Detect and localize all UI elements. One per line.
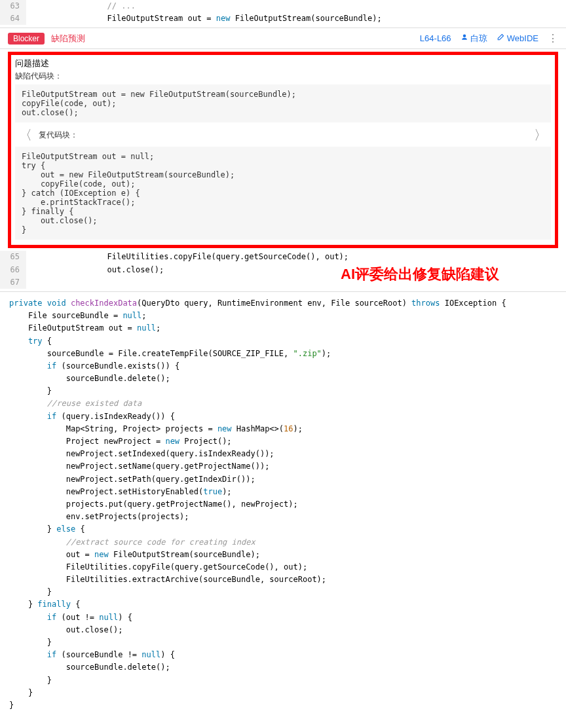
fix-nav-row: 〈 复代码块： 〉 bbox=[15, 124, 551, 147]
line-number: 64 bbox=[0, 12, 26, 25]
fixed-code-region: private void checkIndexData(QueryDto que… bbox=[0, 291, 566, 717]
code-text: FileUtilities.copyFile(query.getSourceCo… bbox=[26, 251, 566, 263]
defect-prediction-link[interactable]: 缺陷预测 bbox=[51, 33, 85, 45]
line-range-link[interactable]: L64-L66 bbox=[420, 33, 451, 43]
defect-code-label: 缺陷代码块： bbox=[15, 71, 551, 82]
line-number: 63 bbox=[0, 0, 26, 12]
blocker-badge[interactable]: Blocker bbox=[8, 33, 45, 45]
issue-bar: Blocker 缺陷预测 L64-L66 白琼 WebIDE ⋮ bbox=[0, 27, 566, 49]
webide-link[interactable]: WebIDE bbox=[497, 33, 538, 43]
fix-code-label: 复代码块： bbox=[36, 130, 530, 141]
line-number: 66 bbox=[0, 264, 26, 276]
code-text: FileOutputStream out = new FileOutputStr… bbox=[26, 12, 566, 25]
author-link[interactable]: 白琼 bbox=[461, 33, 488, 45]
top-code-region: 63 // ... 64 FileOutputStream out = new … bbox=[0, 0, 566, 25]
fixed-code-block: private void checkIndexData(QueryDto que… bbox=[0, 292, 566, 717]
code-line: 64 FileOutputStream out = new FileOutput… bbox=[0, 12, 566, 25]
more-icon[interactable]: ⋮ bbox=[548, 32, 558, 45]
issue-title: 问题描述 bbox=[15, 58, 551, 69]
code-line: 65 FileUtilities.copyFile(query.getSourc… bbox=[0, 251, 566, 263]
annotation-ai-suggestion: AI评委给出修复缺陷建议 bbox=[341, 264, 499, 284]
code-text: // ... bbox=[26, 0, 566, 12]
issue-panel: 问题描述 缺陷代码块： FileOutputStream out = new F… bbox=[8, 52, 558, 248]
fix-code-block: FileOutputStream out = null; try { out =… bbox=[15, 147, 551, 240]
line-number: 65 bbox=[0, 251, 26, 263]
user-icon bbox=[461, 33, 468, 41]
code-line: 63 // ... bbox=[0, 0, 566, 12]
line-number: 67 bbox=[0, 276, 26, 289]
next-arrow[interactable]: 〉 bbox=[530, 126, 551, 144]
prev-arrow[interactable]: 〈 bbox=[15, 126, 36, 144]
defect-code-block: FileOutputStream out = new FileOutputStr… bbox=[15, 84, 551, 122]
edit-icon bbox=[497, 33, 504, 41]
